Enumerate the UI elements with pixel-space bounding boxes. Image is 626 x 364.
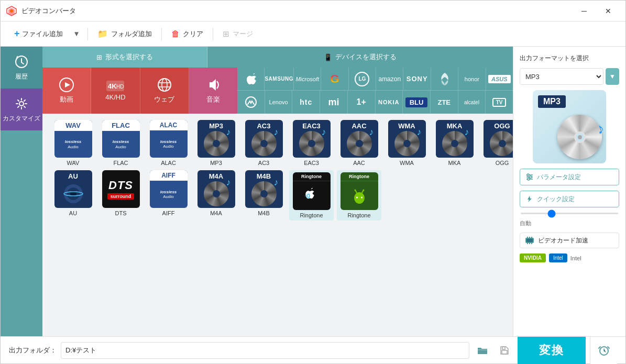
mka-label: MKA (448, 160, 461, 166)
format-item-ringtone-apple[interactable]: Ringtone (289, 170, 334, 220)
dts-label: DTS (115, 210, 127, 216)
svg-rect-40 (502, 347, 505, 349)
format-item-mp3[interactable]: MP3 ♪ MP3 (194, 120, 238, 166)
brand-lenovo[interactable]: Lenovo (265, 91, 293, 114)
brand-oneplus[interactable]: 1+ (348, 91, 376, 114)
brand-google[interactable]: G (321, 68, 348, 90)
format-item-au[interactable]: AU AU (51, 170, 95, 220)
video-type-btn[interactable]: 動画 (42, 68, 91, 114)
format-item-mka[interactable]: MKA ♪ MKA (432, 120, 477, 166)
add-file-button[interactable]: + ファイル追加 (9, 26, 68, 42)
web-icon (157, 77, 172, 93)
nvidia-badge[interactable]: NVIDIA (520, 253, 546, 262)
format-dropdown[interactable]: MP3 AAC FLAC WAV (520, 68, 603, 85)
quick-button[interactable]: クイック設定 (520, 191, 619, 207)
svg-rect-41 (502, 350, 507, 354)
brand-nokia[interactable]: NOKIA (376, 91, 403, 114)
alarm-button[interactable] (590, 337, 617, 364)
gpu-acceleration-row[interactable]: ビデオカード加速 (520, 233, 619, 248)
format-icon: ⊞ (96, 53, 102, 61)
eac3-icon: EAC3 ♪ (293, 120, 331, 158)
dts-icon: DTS surround (102, 170, 140, 208)
browse-folder-button[interactable] (474, 341, 491, 359)
intel-badge[interactable]: Intel (549, 253, 567, 262)
brand-alcatel[interactable]: alcatel (458, 91, 486, 114)
format-item-eac3[interactable]: EAC3 ♪ EAC3 (289, 120, 334, 166)
brand-sony[interactable]: SONY (403, 68, 431, 90)
svg-point-21 (361, 196, 363, 198)
4k-type-btn[interactable]: 4K HD 4K/HD (91, 68, 140, 114)
wma-icon: WMA ♪ (388, 120, 426, 158)
save-path-button[interactable] (496, 341, 513, 359)
brand-asus[interactable]: ASUS (486, 68, 513, 90)
param-button[interactable]: パラメータ設定 (520, 169, 619, 185)
au-label: AU (69, 210, 77, 216)
brand-tv[interactable]: TV (486, 91, 513, 114)
svg-rect-34 (527, 237, 528, 238)
audio-type-btn[interactable]: 音楽 (189, 68, 237, 114)
oneplus-text: 1+ (357, 97, 366, 107)
m4a-label: M4A (210, 210, 222, 216)
add-folder-button[interactable]: 📁 フォルダ追加 (92, 26, 157, 42)
sidebar-item-customize[interactable]: カスタマイズ (1, 89, 42, 130)
brand-blu[interactable]: BLU (403, 91, 431, 114)
close-button[interactable]: ✕ (596, 3, 620, 19)
sidebar-item-history[interactable]: 履歴 (1, 47, 42, 89)
format-item-m4b[interactable]: M4B ♪ M4B (241, 170, 286, 220)
dropdown-button[interactable]: ▼ (70, 26, 83, 42)
format-item-m4a[interactable]: M4A ♪ M4A (194, 170, 238, 220)
svg-rect-33 (526, 239, 533, 242)
format-item-ac3[interactable]: AC3 ♪ AC3 (241, 120, 286, 166)
flac-label: FLAC (113, 160, 128, 166)
format-item-ogg[interactable]: OGG ♪ OGG (480, 120, 513, 166)
quick-label: クイック設定 (537, 195, 575, 204)
ac3-label: AC3 (258, 160, 269, 166)
alcatel-text: alcatel (464, 100, 479, 105)
output-path-input[interactable] (61, 342, 469, 359)
format-item-aac[interactable]: AAC ♪ AAC (337, 120, 381, 166)
merge-icon: ⊞ (223, 29, 229, 39)
brand-apple[interactable] (237, 68, 265, 90)
format-item-aiff[interactable]: AIFF lossless Audio AIFF (146, 170, 191, 220)
customize-label: カスタマイズ (3, 114, 40, 123)
speed-slider[interactable] (521, 213, 618, 214)
convert-button[interactable]: 変換 (518, 337, 586, 364)
format-item-wma[interactable]: WMA ♪ WMA (385, 120, 429, 166)
ogg-icon: OGG ♪ (484, 120, 513, 158)
svg-point-30 (530, 176, 532, 178)
format-item-wav[interactable]: WAV lossless Audio WAV (51, 120, 95, 166)
audio-icon (205, 77, 221, 93)
minimize-button[interactable]: ─ (572, 3, 596, 19)
svg-text:HD: HD (116, 84, 124, 90)
ringtone-android-label: Ringtone (347, 212, 370, 218)
merge-button[interactable]: ⊞ マージ (217, 26, 258, 42)
brand-honor[interactable]: honor (458, 68, 486, 90)
brand-amazon[interactable]: amazon (376, 68, 403, 90)
ringtone-apple-icon: Ringtone (293, 172, 331, 210)
format-item-flac[interactable]: FLAC lossless Audio FLAC (98, 120, 143, 166)
brand-xiaomi[interactable]: mi (320, 91, 348, 114)
plus-icon: + (14, 28, 20, 39)
format-item-alac[interactable]: ALAC lossless Audio ALAC (146, 120, 191, 166)
brand-zte[interactable]: ZTE (431, 91, 458, 114)
audio-label: 音楽 (206, 95, 220, 104)
brand-motorola[interactable] (237, 91, 265, 114)
svg-rect-38 (529, 243, 530, 244)
format-category-tab[interactable]: ⊞ 形式を選択する (42, 47, 207, 68)
gear-icon (14, 96, 29, 111)
device-category-tab[interactable]: 📱 デバイスを選択する (207, 47, 513, 68)
svg-point-2 (10, 9, 13, 13)
brand-htc[interactable]: htc (292, 91, 320, 114)
brand-microsoft[interactable]: Microsoft (294, 68, 321, 90)
brand-huawei[interactable] (431, 68, 458, 90)
svg-rect-36 (531, 237, 532, 238)
video-label: 動画 (60, 95, 73, 104)
brand-lg[interactable]: LG (349, 68, 376, 90)
format-dropdown-arrow[interactable]: ▼ (606, 68, 619, 85)
brand-samsung[interactable]: SAMSUNG (265, 68, 294, 90)
clear-button[interactable]: 🗑 クリア (166, 26, 208, 42)
history-icon (14, 54, 29, 69)
format-item-ringtone-android[interactable]: Ringtone (337, 170, 381, 220)
format-item-dts[interactable]: DTS surround DTS (98, 170, 143, 220)
web-type-btn[interactable]: ウェブ (140, 68, 189, 114)
